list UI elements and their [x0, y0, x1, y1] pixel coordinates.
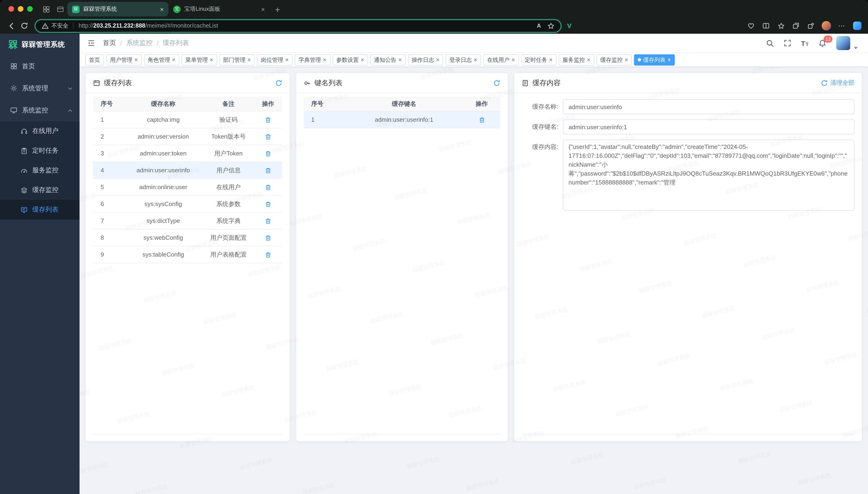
- delete-icon[interactable]: [265, 201, 271, 208]
- close-tab-icon[interactable]: ×: [261, 6, 265, 13]
- sidebar-item-cache-list[interactable]: 缓存列表: [0, 200, 80, 220]
- tag-item[interactable]: 部门管理×: [219, 54, 255, 65]
- table-row-selected[interactable]: 1 admin:user:userinfo:1: [304, 111, 500, 128]
- tag-item[interactable]: 岗位管理×: [257, 54, 293, 65]
- avatar-caret-icon[interactable]: [854, 47, 858, 49]
- workspaces-icon[interactable]: [43, 6, 50, 13]
- tag-item[interactable]: 用户管理×: [106, 54, 141, 65]
- tag-item[interactable]: 在线用户×: [484, 54, 519, 65]
- close-window-button[interactable]: [8, 6, 14, 12]
- clear-all-button[interactable]: 清理全部: [821, 79, 854, 87]
- table-row[interactable]: 3 admin:user:token 用户Token: [93, 145, 282, 162]
- tag-item[interactable]: 缓存监控×: [596, 54, 632, 65]
- browser-tab-active[interactable]: 槑 槑槑管理系统 ×: [67, 2, 169, 16]
- table-row[interactable]: 2 admin:user:version Token版本号: [93, 128, 282, 145]
- fullscreen-icon[interactable]: [784, 39, 791, 47]
- cache-content-textarea[interactable]: {"userId":1,"avatar":null,"createBy":"ad…: [563, 139, 854, 211]
- sidebar-item-home[interactable]: 首页: [0, 55, 80, 77]
- tag-item[interactable]: 菜单管理×: [181, 54, 217, 65]
- close-tab-icon[interactable]: ×: [160, 6, 164, 13]
- sidebar-item-server-monitor[interactable]: 服务监控: [0, 160, 80, 180]
- tag-item[interactable]: 操作日志×: [408, 54, 443, 65]
- close-icon[interactable]: ×: [398, 57, 402, 63]
- delete-icon[interactable]: [265, 151, 271, 157]
- close-icon[interactable]: ×: [285, 57, 289, 63]
- tag-item-active[interactable]: 缓存列表×: [634, 54, 675, 65]
- table-row-selected[interactable]: 4 admin:user:userinfo 用户信息: [93, 162, 282, 179]
- not-secure-icon[interactable]: [42, 22, 49, 29]
- browser-essentials-icon[interactable]: [745, 19, 757, 32]
- breadcrumb-home[interactable]: 首页: [103, 39, 116, 47]
- copilot-sidebar-icon[interactable]: [853, 21, 862, 30]
- delete-icon[interactable]: [265, 184, 271, 191]
- sidebar-item-scheduled-tasks[interactable]: 定时任务: [0, 141, 80, 160]
- sidebar-item-system-monitor[interactable]: 系统监控: [0, 99, 80, 121]
- back-icon[interactable]: [5, 19, 18, 32]
- tab-actions-icon[interactable]: [57, 6, 64, 13]
- split-screen-icon[interactable]: [760, 19, 772, 32]
- sidebar-item-online-users[interactable]: 在线用户: [0, 121, 80, 141]
- tag-item[interactable]: 参数设置×: [333, 54, 368, 65]
- favorite-star-icon[interactable]: [548, 22, 554, 29]
- tag-item[interactable]: 登录日志×: [446, 54, 481, 65]
- new-tab-button[interactable]: +: [275, 6, 280, 14]
- close-icon[interactable]: ×: [360, 57, 364, 63]
- read-aloud-icon[interactable]: A: [537, 22, 541, 29]
- delete-icon[interactable]: [265, 167, 271, 174]
- search-icon[interactable]: [766, 39, 774, 47]
- delete-icon[interactable]: [265, 235, 271, 241]
- close-icon[interactable]: ×: [511, 57, 515, 63]
- user-avatar[interactable]: [836, 36, 850, 50]
- delete-icon[interactable]: [265, 218, 271, 225]
- cache-name-input[interactable]: [563, 99, 854, 114]
- close-icon[interactable]: ×: [323, 57, 327, 63]
- tag-item[interactable]: 服务监控×: [559, 54, 594, 65]
- tag-item[interactable]: 定时任务×: [521, 54, 556, 65]
- minimize-window-button[interactable]: [18, 6, 23, 12]
- tag-item[interactable]: 首页: [85, 54, 104, 65]
- refresh-icon[interactable]: [493, 79, 500, 87]
- reload-icon[interactable]: [18, 19, 31, 32]
- close-icon[interactable]: ×: [549, 57, 553, 63]
- font-size-icon[interactable]: TT: [801, 40, 809, 46]
- close-icon[interactable]: ×: [668, 57, 671, 63]
- table-row[interactable]: 5 admin:online:user 在线用户: [93, 179, 282, 195]
- table-row[interactable]: 7 sys:dictType 系统字典: [93, 212, 282, 229]
- page-content: 槑槑管理系统 槑槑管理系统 缓存列表: [80, 67, 868, 494]
- settings-more-icon[interactable]: ⋯: [835, 19, 848, 32]
- browser-profile-avatar[interactable]: [822, 21, 831, 31]
- close-icon[interactable]: ×: [134, 57, 138, 63]
- delete-icon[interactable]: [478, 117, 485, 124]
- favorites-icon[interactable]: [774, 19, 788, 32]
- bell-icon[interactable]: 13: [818, 39, 826, 47]
- tag-item[interactable]: 角色管理×: [144, 54, 179, 65]
- delete-icon[interactable]: [265, 134, 271, 140]
- table-row[interactable]: 6 sys:sysConfig 系统参数: [93, 195, 282, 212]
- zoom-window-button[interactable]: [27, 6, 33, 12]
- browser-tab[interactable]: 宝 宝塔Linux面板 ×: [169, 2, 270, 16]
- close-icon[interactable]: ×: [474, 57, 477, 63]
- delete-icon[interactable]: [265, 252, 271, 258]
- delete-icon[interactable]: [265, 117, 271, 124]
- table-row[interactable]: 1 captcha:img 验证码: [93, 111, 282, 128]
- close-icon[interactable]: ×: [172, 57, 176, 63]
- sidebar-item-system-mgmt[interactable]: 系统管理: [0, 77, 80, 99]
- close-icon[interactable]: ×: [625, 57, 628, 63]
- tag-item[interactable]: 通知公告×: [370, 54, 406, 65]
- close-icon[interactable]: ×: [248, 57, 251, 63]
- address-bar[interactable]: 不安全 http://203.25.211.232:888/meimei/#/m…: [35, 19, 561, 33]
- close-icon[interactable]: ×: [436, 57, 440, 63]
- table-row[interactable]: 9 sys:tableConfig 用户表格配置: [93, 246, 282, 263]
- collections-icon[interactable]: [789, 19, 803, 32]
- cache-key-input[interactable]: [563, 119, 854, 134]
- breadcrumb-system-monitor[interactable]: 系统监控: [126, 39, 153, 47]
- collapse-sidebar-icon[interactable]: [87, 39, 96, 47]
- extensions-icon[interactable]: [804, 19, 817, 32]
- tag-item[interactable]: 字典管理×: [295, 54, 330, 65]
- close-icon[interactable]: ×: [210, 57, 213, 63]
- extension-v-icon[interactable]: V: [567, 22, 572, 30]
- sidebar-item-cache-monitor[interactable]: 缓存监控: [0, 180, 80, 200]
- table-row[interactable]: 8 sys:webConfig 用户页面配置: [93, 229, 282, 246]
- close-icon[interactable]: ×: [587, 57, 590, 63]
- refresh-icon[interactable]: [275, 79, 282, 87]
